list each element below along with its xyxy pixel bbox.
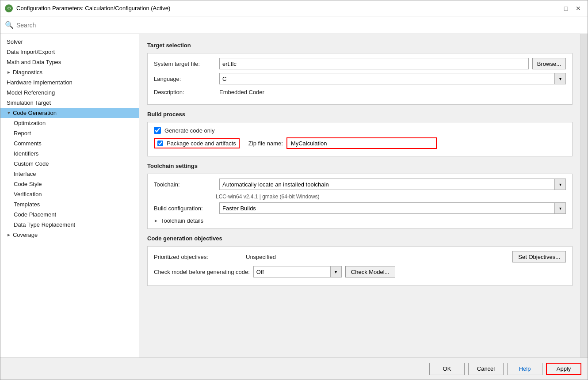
model-ref-label: Model Referencing <box>7 89 55 96</box>
report-label: Report <box>14 130 31 137</box>
diagnostics-arrow: ► <box>7 70 11 75</box>
window-controls: – □ ✕ <box>549 4 583 13</box>
sidebar-item-coverage[interactable]: ►Coverage <box>0 230 139 240</box>
sidebar-item-sim-target[interactable]: Simulation Target <box>0 98 139 108</box>
sidebar-item-custom-code[interactable]: Custom Code <box>0 159 139 169</box>
sim-target-label: Simulation Target <box>7 99 51 106</box>
verification-label: Verification <box>14 191 42 198</box>
build-process-box: Generate code only Package code and arti… <box>147 122 573 156</box>
prioritized-value: Unspecified <box>246 254 509 260</box>
toolchain-details-arrow-icon: ► <box>154 218 158 223</box>
description-value: Embedded Coder <box>219 88 264 96</box>
apply-button[interactable]: Apply <box>546 363 581 375</box>
interface-label: Interface <box>14 171 36 177</box>
sidebar-item-diagnostics[interactable]: ►Diagnostics <box>0 67 139 77</box>
maximize-button[interactable]: □ <box>561 4 571 13</box>
close-button[interactable]: ✕ <box>573 4 583 13</box>
code-gen-obj-title: Code generation objectives <box>147 235 573 242</box>
help-button[interactable]: Help <box>507 363 542 375</box>
code-style-label: Code Style <box>14 181 42 187</box>
generate-code-label: Generate code only <box>164 127 214 134</box>
code-gen-label: Code Generation <box>13 110 57 116</box>
minimize-button[interactable]: – <box>549 4 558 13</box>
target-selection-title: Target selection <box>147 42 573 49</box>
system-target-input[interactable] <box>219 58 529 69</box>
sidebar-item-hardware[interactable]: Hardware Implementation <box>0 77 139 87</box>
coverage-label: Coverage <box>13 232 38 238</box>
toolchain-select[interactable]: Automatically locate an installed toolch… <box>219 179 566 190</box>
vertical-scrollbar[interactable] <box>580 34 588 357</box>
solver-label: Solver <box>7 38 23 45</box>
sidebar-item-optimization[interactable]: Optimization <box>0 118 139 128</box>
sidebar-item-templates[interactable]: Templates <box>0 199 139 209</box>
ok-button[interactable]: OK <box>429 363 465 375</box>
hardware-label: Hardware Implementation <box>7 79 73 86</box>
toolchain-details-row[interactable]: ► Toolchain details <box>154 217 566 224</box>
description-row: Description: Embedded Coder <box>154 88 566 96</box>
sidebar-item-report[interactable]: Report <box>0 128 139 138</box>
data-import-label: Data Import/Export <box>7 49 55 55</box>
title-bar: ⚙ Configuration Parameters: Calculation/… <box>0 0 588 16</box>
check-model-select[interactable]: Off <box>253 266 342 277</box>
browse-button[interactable]: Browse... <box>532 58 566 69</box>
templates-label: Templates <box>14 201 40 208</box>
window-title: Configuration Parameters: Calculation/Co… <box>16 5 170 11</box>
diagnostics-label: Diagnostics <box>13 69 42 76</box>
sidebar-item-model-ref[interactable]: Model Referencing <box>0 87 139 98</box>
build-config-select[interactable]: Faster Builds <box>219 202 566 214</box>
language-select[interactable]: C C++ <box>219 73 566 84</box>
search-input[interactable] <box>16 22 583 29</box>
sidebar-item-interface[interactable]: Interface <box>0 169 139 179</box>
sidebar-item-code-placement[interactable]: Code Placement <box>0 209 139 220</box>
content-area: Target selection System target file: Bro… <box>139 34 588 357</box>
language-label: Language: <box>154 76 216 82</box>
data-type-replacement-label: Data Type Replacement <box>14 221 75 228</box>
sidebar-item-solver[interactable]: Solver <box>0 37 139 47</box>
prioritized-row: Prioritized objectives: Unspecified Set … <box>154 251 566 262</box>
toolchain-sub-info: LCC-win64 v2.4.1 | gmake (64-bit Windows… <box>154 194 566 200</box>
target-selection-box: System target file: Browse... Language: … <box>147 53 573 105</box>
set-objectives-button[interactable]: Set Objectives... <box>512 251 566 262</box>
language-select-wrap: C C++ ▾ <box>219 73 566 84</box>
sidebar-item-verification[interactable]: Verification <box>0 189 139 199</box>
search-bar: 🔍 <box>0 16 588 34</box>
zip-file-input[interactable] <box>286 137 437 149</box>
system-target-label: System target file: <box>154 61 216 67</box>
language-row: Language: C C++ ▾ <box>154 73 566 84</box>
app-icon: ⚙ <box>5 4 13 12</box>
sidebar-item-code-style[interactable]: Code Style <box>0 179 139 189</box>
sidebar-item-identifiers[interactable]: Identifiers <box>0 148 139 159</box>
build-config-select-wrap: Faster Builds ▾ <box>219 202 566 214</box>
zip-row: Zip file name: <box>248 137 437 149</box>
build-config-row: Build configuration: Faster Builds ▾ <box>154 202 566 214</box>
build-config-label: Build configuration: <box>154 205 216 212</box>
check-model-button[interactable]: Check Model... <box>345 266 395 277</box>
sidebar-item-data-type-replacement[interactable]: Data Type Replacement <box>0 220 139 230</box>
bottom-bar: OK Cancel Help Apply <box>0 357 588 380</box>
code-placement-label: Code Placement <box>14 211 56 218</box>
sidebar-item-math[interactable]: Math and Data Types <box>0 57 139 67</box>
toolchain-label: Toolchain: <box>154 181 216 188</box>
sidebar-item-comments[interactable]: Comments <box>0 138 139 148</box>
search-icon: 🔍 <box>5 21 14 29</box>
sidebar-item-data-import[interactable]: Data Import/Export <box>0 47 139 57</box>
toolchain-details-label: Toolchain details <box>161 217 203 224</box>
content-row: Target selection System target file: Bro… <box>139 34 588 357</box>
identifiers-label: Identifiers <box>14 150 38 157</box>
prioritized-label: Prioritized objectives: <box>154 254 242 260</box>
sidebar-item-code-gen[interactable]: ▼Code Generation <box>0 108 139 118</box>
package-code-checkbox[interactable] <box>157 141 163 146</box>
package-code-highlighted: Package code and artifacts <box>154 138 240 148</box>
code-gen-arrow: ▼ <box>7 110 11 115</box>
build-process-title: Build process <box>147 111 573 118</box>
toolchain-box: Toolchain: Automatically locate an insta… <box>147 174 573 229</box>
content-inner: Target selection System target file: Bro… <box>139 34 580 357</box>
generate-code-checkbox[interactable] <box>154 127 161 134</box>
cancel-button[interactable]: Cancel <box>468 363 504 375</box>
check-model-select-wrap: Off ▾ <box>253 266 342 277</box>
math-label: Math and Data Types <box>7 59 61 65</box>
toolchain-title: Toolchain settings <box>147 163 573 169</box>
custom-code-label: Custom Code <box>14 160 49 167</box>
code-gen-obj-box: Prioritized objectives: Unspecified Set … <box>147 246 573 286</box>
check-model-label: Check model before generating code: <box>154 269 250 275</box>
